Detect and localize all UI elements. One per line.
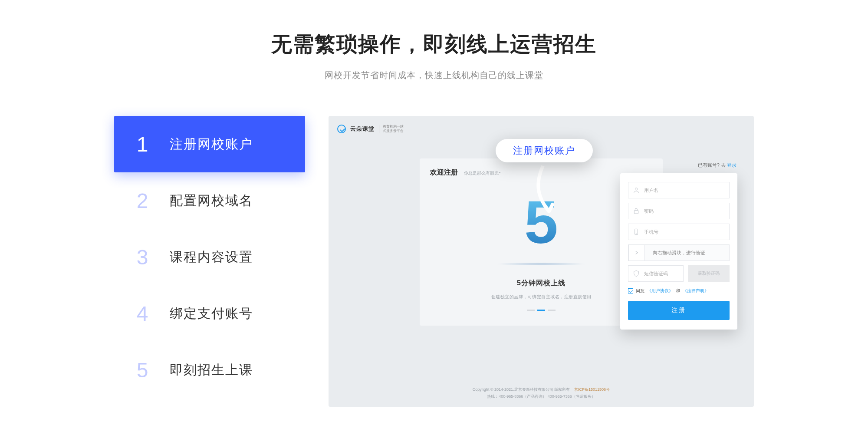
icp-link[interactable]: 京ICP备15011506号 <box>574 387 610 392</box>
and-text: 和 <box>676 288 680 294</box>
hotline-text: 热线：400-965-8366（产品咨询） 400-965-7366（售后服务） <box>329 393 754 400</box>
chevron-right-icon <box>634 250 640 256</box>
step-number: 5 <box>130 358 155 382</box>
slider-captcha[interactable]: 向右拖动滑块，进行验证 <box>628 244 730 261</box>
annotation-bubble: 注册网校账户 <box>496 139 593 162</box>
page-subtitle: 网校开发节省时间成本，快速上线机构自己的线上课堂 <box>0 69 868 81</box>
step-label: 注册网校账户 <box>170 135 253 153</box>
step-5-start-enrollment[interactable]: 5 即刻招生上课 <box>114 342 305 398</box>
step-number: 4 <box>130 302 155 326</box>
slider-text: 向右拖动滑块，进行验证 <box>653 250 705 256</box>
step-label: 配置网校域名 <box>170 192 253 210</box>
step-label: 课程内容设置 <box>170 248 253 266</box>
hero-caption-primary: 5分钟网校上线 <box>489 279 593 288</box>
copyright-text: Copyright © 2014-2021.北京昱新科技有限公司 版权所有 <box>473 387 570 392</box>
sms-code-field[interactable]: 短信验证码 <box>628 265 684 282</box>
legal-statement-link[interactable]: 《法律声明》 <box>683 288 709 294</box>
existing-account-text: 已有账号? 去 登录 <box>698 162 736 168</box>
step-1-register-account[interactable]: 1 注册网校账户 <box>114 116 305 172</box>
phone-placeholder: 手机号 <box>644 229 658 235</box>
register-submit-button[interactable]: 注册 <box>628 301 730 320</box>
user-icon <box>633 187 640 194</box>
agree-text: 同意 <box>636 288 644 294</box>
brand-slogan: 教育机构一站 式服务云平台 <box>379 125 404 133</box>
carousel-dots <box>489 310 593 311</box>
step-3-course-content[interactable]: 3 课程内容设置 <box>114 229 305 285</box>
step-number: 1 <box>130 132 155 156</box>
step-4-bind-payment[interactable]: 4 绑定支付账号 <box>114 285 305 342</box>
password-field[interactable]: 密码 <box>628 203 730 219</box>
welcome-heading: 欢迎注册 <box>430 168 458 177</box>
svg-point-3 <box>636 234 636 234</box>
carousel-dot-active[interactable] <box>537 310 545 311</box>
step-number: 3 <box>130 245 155 269</box>
username-field[interactable]: 用户名 <box>628 182 730 198</box>
register-card: 用户名 密码 手机号 向右拖动滑块，进行验证 <box>620 173 737 330</box>
agree-checkbox[interactable] <box>628 288 633 293</box>
login-link[interactable]: 登录 <box>727 162 736 168</box>
annotation-arrow-icon <box>530 164 556 216</box>
step-label: 绑定支付账号 <box>170 305 253 323</box>
svg-point-0 <box>635 188 637 190</box>
phone-field[interactable]: 手机号 <box>628 224 730 240</box>
get-code-button[interactable]: 获取验证码 <box>688 265 730 282</box>
carousel-dot[interactable] <box>527 310 535 311</box>
password-placeholder: 密码 <box>644 208 654 214</box>
preview-footer: Copyright © 2014-2021.北京昱新科技有限公司 版权所有 京I… <box>329 386 754 400</box>
brand-logo: 云朵课堂 教育机构一站 式服务云平台 <box>337 125 404 133</box>
user-agreement-link[interactable]: 《用户协议》 <box>647 288 673 294</box>
steps-sidebar: 1 注册网校账户 2 配置网校域名 3 课程内容设置 4 绑定支付账号 5 即刻… <box>114 116 305 407</box>
step-number: 2 <box>130 189 155 213</box>
phone-icon <box>633 228 640 235</box>
logo-mark-icon <box>337 125 346 133</box>
brand-name: 云朵课堂 <box>350 125 375 133</box>
svg-rect-1 <box>634 211 638 214</box>
hero-caption-secondary: 创建独立的品牌，可绑定自主域名，注册直接使用 <box>489 294 593 300</box>
step-2-configure-domain[interactable]: 2 配置网校域名 <box>114 172 305 229</box>
hero-shadow <box>496 262 587 265</box>
username-placeholder: 用户名 <box>644 187 658 194</box>
agree-row: 同意 《用户协议》 和 《法律声明》 <box>628 288 730 294</box>
page-title: 无需繁琐操作，即刻线上运营招生 <box>0 30 868 58</box>
lock-icon <box>633 208 640 214</box>
sms-placeholder: 短信验证码 <box>644 270 668 277</box>
slider-knob[interactable] <box>628 244 645 261</box>
step-label: 即刻招生上课 <box>170 361 253 379</box>
shield-icon <box>633 270 640 277</box>
preview-panel: 云朵课堂 教育机构一站 式服务云平台 已有账号? 去 登录 欢迎注册 你总是那么… <box>329 116 754 407</box>
welcome-tagline: 你总是那么有眼光~ <box>464 170 501 176</box>
carousel-dot[interactable] <box>548 310 556 311</box>
